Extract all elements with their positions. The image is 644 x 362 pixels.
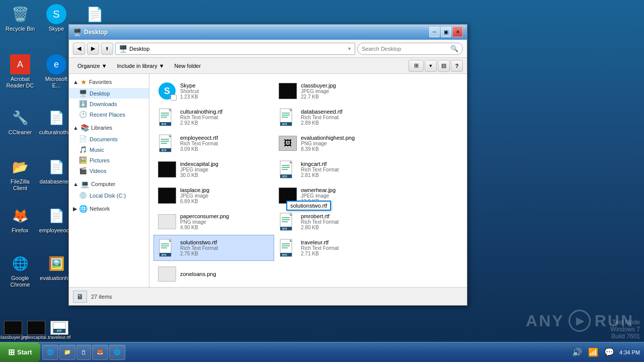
address-text: Desktop: [129, 46, 347, 52]
search-icon: 🔍: [450, 45, 458, 52]
desktop-icon-chrome[interactable]: 🌐 Google Chrome: [2, 251, 38, 290]
file-item-evaluationhighest[interactable]: 🖼 evaluationhighest.png PNG image 8.39 K…: [274, 130, 395, 156]
edge-label: Microsoft E...: [40, 76, 72, 89]
desktop-icon-recycle-bin[interactable]: 🗑️ Recycle Bin: [2, 2, 38, 34]
culturalnothing-info: culturalnothing.rtf Rich Text Format 2.9…: [180, 109, 270, 126]
network-icon: 🌐: [79, 205, 88, 213]
sidebar-item-videos[interactable]: 🎬 Videos: [69, 165, 149, 176]
view-options-button[interactable]: ⊞: [409, 60, 424, 72]
network-tray-icon[interactable]: 📶: [587, 346, 599, 358]
sidebar-item-documents[interactable]: 📄 Documents: [69, 134, 149, 144]
address-bar[interactable]: 🖥️ Desktop ▼: [115, 43, 355, 55]
classbuyer-name: classbuyer.jpg: [301, 82, 390, 88]
file-item-classbuyer[interactable]: classbuyer.jpg JPEG image 22.7 KB: [274, 78, 395, 104]
start-button[interactable]: ⊞ Start: [0, 342, 40, 362]
local-disk-icon: 💿: [79, 192, 87, 199]
network-label: Network: [90, 206, 110, 212]
preview-button[interactable]: ▤: [438, 60, 450, 72]
file-item-kingcart[interactable]: RTF kingcart.rtf Rich Text Format 2.81 K…: [274, 156, 395, 183]
desktop-icon-ccleaner[interactable]: 🔧 CCleaner: [2, 106, 38, 138]
kingcart-file-icon: RTF: [279, 160, 297, 178]
libraries-arrow: ▲: [73, 125, 78, 131]
anyrun-info: Test Mode Windows 7 Build 7601: [610, 319, 644, 340]
indexcapital-filesize: 30.0 KB: [180, 172, 270, 178]
sidebar-item-local-disk[interactable]: 💿 Local Disk (C:): [69, 190, 149, 201]
sidebar-item-pictures[interactable]: 🖼️ Pictures: [69, 155, 149, 165]
file-item-databaseneed[interactable]: RTF databaseneed.rtf Rich Text Format 2.…: [274, 104, 395, 130]
computer-header[interactable]: ▲ 💻 Computer: [69, 178, 149, 190]
include-library-button[interactable]: Include in library ▼: [113, 60, 169, 72]
action-center-icon[interactable]: 💬: [603, 346, 615, 358]
up-button[interactable]: ⬆: [101, 43, 113, 55]
pmrobert-filesize: 2.80 KB: [301, 225, 390, 230]
traveleur-file-icon: RTF: [279, 239, 297, 257]
taskbar-file-indexcapital[interactable]: indexcapital...: [25, 321, 47, 340]
rename-tooltip[interactable]: solutionstwo.rtf: [286, 201, 331, 211]
anyrun-play-icon: ▶: [569, 310, 591, 332]
taskbar-item-edge-bar[interactable]: 🌐: [109, 345, 125, 360]
sidebar-item-desktop[interactable]: 🖥️ Desktop: [69, 88, 149, 99]
help-button[interactable]: ?: [451, 60, 463, 72]
search-input[interactable]: [362, 46, 450, 52]
desktop-icon-firefox[interactable]: 🦊 Firefox: [2, 204, 38, 236]
taskbar-item-firefox-bar[interactable]: 🦊: [92, 345, 108, 360]
skype-icon: S: [46, 4, 66, 24]
close-button[interactable]: ✕: [452, 27, 463, 37]
back-button[interactable]: ◀: [73, 43, 85, 55]
ccleaner-label: CCleaner: [9, 129, 32, 136]
svg-text:RTF: RTF: [282, 175, 287, 178]
employeeoct-filesize: 3.09 KB: [180, 146, 270, 152]
pictures-icon: 🖼️: [79, 156, 87, 164]
file-item-traveleur[interactable]: RTF traveleur.rtf Rich Text Format 2.71 …: [274, 235, 395, 261]
view-arrow-button[interactable]: ▼: [425, 60, 437, 72]
file-item-pmrobert[interactable]: RTF pmrobert.rtf Rich Text Format 2.80 K…: [274, 209, 395, 235]
windows-logo: ⊞: [8, 347, 15, 357]
employeeoct-filename: employeeoct.rtf: [180, 135, 270, 141]
sidebar-item-downloads[interactable]: ⬇️ Downloads: [69, 99, 149, 109]
volume-icon[interactable]: 🔊: [571, 346, 583, 358]
forward-button[interactable]: ▶: [87, 43, 99, 55]
desktop-icon-acrobat[interactable]: A Acrobat Reader DC: [2, 52, 38, 91]
taskbar-pinned-files: classbuyer.jpg indexcapital... RTF trave…: [0, 320, 70, 341]
taskbar-item-folder[interactable]: 📁: [59, 345, 75, 360]
toolbar: Organize ▼ Include in library ▼ New fold…: [69, 58, 467, 74]
employeeoct-info: employeeoct.rtf Rich Text Format 3.09 KB: [180, 135, 270, 152]
file-item-lasplace[interactable]: lasplace.jpg JPEG image 6.89 KB: [153, 183, 274, 209]
paperconsumer-filename: paperconsumer.png: [180, 213, 270, 219]
new-folder-button[interactable]: New folder: [170, 60, 206, 72]
desktop-icon-filezilla[interactable]: 📂 FileZilla Client: [2, 155, 38, 194]
taskbar-file-traveleur[interactable]: RTF traveleur.rtf: [48, 321, 70, 340]
file-item-indexcapital[interactable]: indexcapital.jpg JPEG image 30.0 KB: [153, 156, 274, 183]
ie-icon: 🌐: [47, 349, 54, 355]
nav-panel: ▲ ★ Favorites 🖥️ Desktop ⬇️ Downloads 🕐: [69, 74, 149, 287]
culturalnothing-filesize: 2.92 KB: [180, 120, 270, 126]
acrobat-icon: A: [10, 54, 30, 74]
organize-button[interactable]: Organize ▼: [73, 60, 112, 72]
lasplace-file-icon: [158, 187, 176, 205]
minimize-button[interactable]: ─: [429, 27, 440, 37]
file-item-solutionstwo[interactable]: RTF solutionstwo.rtf Rich Text Format 2.…: [153, 235, 274, 261]
sidebar-item-recent-places[interactable]: 🕐 Recent Places: [69, 109, 149, 120]
file-item-paperconsumer[interactable]: paperconsumer.png PNG image 4.90 KB: [153, 209, 274, 235]
network-arrow: ▶: [73, 206, 77, 212]
svg-text:RTF: RTF: [162, 253, 167, 256]
taskbar-item-notepad[interactable]: 🗒: [76, 345, 91, 360]
favorites-header[interactable]: ▲ ★ Favorites: [69, 76, 149, 88]
recent-nav-label: Recent Places: [90, 112, 125, 118]
taskbar-file-classbuyer[interactable]: classbuyer.jpg: [2, 321, 24, 340]
file-item-employeeoct[interactable]: RTF employeeoct.rtf Rich Text Format 3.0…: [153, 130, 274, 156]
computer-arrow: ▲: [73, 181, 78, 187]
file-item-skype[interactable]: S ↗ Skype Shortcut 1.23 KB: [153, 78, 274, 104]
sidebar-item-music[interactable]: 🎵 Music: [69, 144, 149, 155]
edge-icon: e: [46, 54, 66, 74]
file-item-culturalnothing[interactable]: RTF culturalnothing.rtf Rich Text Format…: [153, 104, 274, 130]
network-header[interactable]: ▶ 🌐 Network: [69, 203, 149, 215]
libraries-section: ▲ 📚 Libraries 📄 Documents 🎵 Music 🖼️: [69, 122, 149, 176]
culturalnothing-filetype: Rich Text Format: [180, 115, 270, 120]
restore-button[interactable]: ▣: [441, 27, 451, 37]
libraries-header[interactable]: ▲ 📚 Libraries: [69, 122, 149, 134]
organize-label: Organize: [77, 63, 100, 69]
taskbar-item-ie[interactable]: 🌐: [42, 345, 58, 360]
file-item-zoneloans[interactable]: zoneloans.png: [153, 261, 274, 287]
pmrobert-info: pmrobert.rtf Rich Text Format 2.80 KB: [301, 213, 390, 230]
